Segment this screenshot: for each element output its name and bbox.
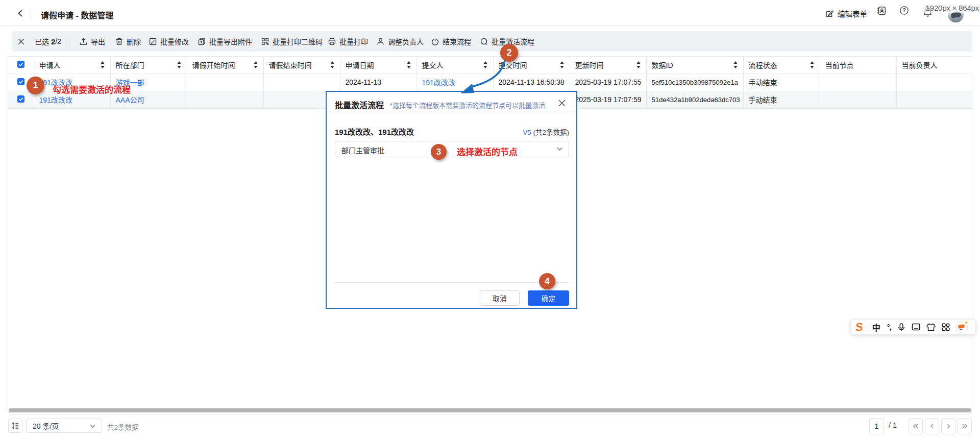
svg-text:?: ?	[902, 7, 905, 13]
